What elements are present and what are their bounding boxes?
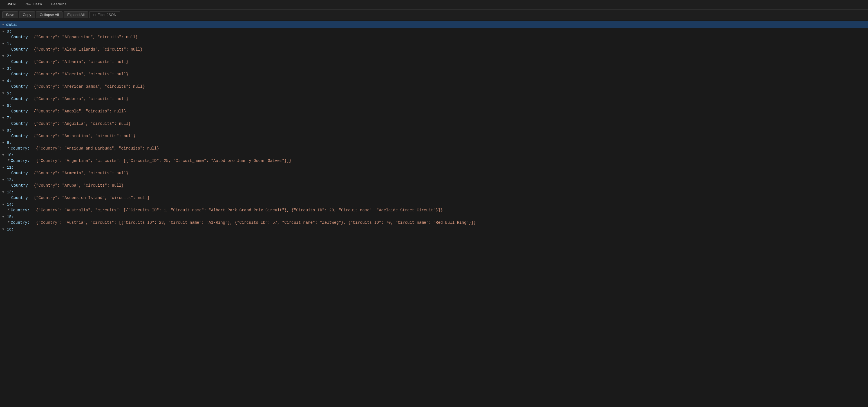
json-index-line[interactable]: ▼14: <box>0 202 868 207</box>
entry-index: 3: <box>7 66 11 71</box>
json-root-line[interactable]: ▼ data: <box>0 21 868 28</box>
entry-index: 4: <box>7 79 11 83</box>
json-index-line[interactable]: ▼4: <box>0 78 868 84</box>
json-entry: ▼9:▼Country:{"Country": "Antigua and Bar… <box>0 139 868 152</box>
json-index-line[interactable]: ▼13: <box>0 190 868 195</box>
collapse-arrow[interactable]: ▼ <box>2 116 6 120</box>
collapse-arrow[interactable]: ▼ <box>2 42 6 45</box>
collapse-arrow[interactable]: ▼ <box>2 154 6 157</box>
json-index-line[interactable]: ▼16: <box>0 227 868 232</box>
collapse-arrow[interactable]: ▼ <box>2 191 6 194</box>
field-value: {"Country": "Armenia", "circuits": null} <box>34 171 128 175</box>
collapse-all-button[interactable]: Collapse All <box>36 11 62 18</box>
field-value: {"Country": "Argentina", "circuits": [{"… <box>36 159 291 163</box>
json-field-line: Country:{"Country": "Ascension Island", … <box>0 195 868 201</box>
tab-json[interactable]: JSON <box>2 0 20 9</box>
field-value: {"Country": "Andorra", "circuits": null} <box>34 97 128 101</box>
collapse-arrow[interactable]: ▼ <box>2 67 6 70</box>
json-index-line[interactable]: ▼10: <box>0 152 868 158</box>
field-key: Country: <box>11 196 34 200</box>
field-value: {"Country": "Afghanistan", "circuits": n… <box>34 35 138 39</box>
field-key: Country: <box>11 183 34 188</box>
json-index-line[interactable]: ▼5: <box>0 91 868 96</box>
json-entry: ▼14:▼Country:{"Country": "Australia", "c… <box>0 201 868 214</box>
entry-index: 13: <box>7 190 14 195</box>
json-field-line: Country:{"Country": "Albania", "circuits… <box>0 59 868 65</box>
json-entry: ▼5:Country:{"Country": "Andorra", "circu… <box>0 90 868 102</box>
collapse-arrow[interactable]: ▼ <box>2 215 6 219</box>
collapse-arrow[interactable]: ▼ <box>2 228 6 231</box>
sub-collapse-arrow[interactable]: ▼ <box>8 208 9 211</box>
tab-raw-data[interactable]: Raw Data <box>20 0 46 9</box>
root-key: data: <box>6 23 18 27</box>
entry-index: 11: <box>7 165 14 170</box>
collapse-arrow[interactable]: ▼ <box>2 104 6 107</box>
entries-container: ▼0:Country:{"Country": "Afghanistan", "c… <box>0 28 868 233</box>
json-field-line: Country:{"Country": "Andorra", "circuits… <box>0 96 868 102</box>
json-field-line: Country:{"Country": "Afghanistan", "circ… <box>0 34 868 40</box>
field-value: {"Country": "Algeria", "circuits": null} <box>34 72 128 76</box>
field-value: {"Country": "Angola", "circuits": null} <box>34 109 126 113</box>
json-entry: ▼0:Country:{"Country": "Afghanistan", "c… <box>0 28 868 40</box>
entry-index: 10: <box>7 153 14 158</box>
entry-index: 2: <box>7 54 11 59</box>
root-arrow: ▼ <box>2 23 4 26</box>
json-index-line[interactable]: ▼12: <box>0 177 868 183</box>
field-key: Country: <box>11 84 34 89</box>
entry-index: 12: <box>7 178 14 182</box>
expand-all-button[interactable]: Expand All <box>64 11 88 18</box>
json-field-line: Country:{"Country": "Aruba", "circuits":… <box>0 183 868 188</box>
collapse-arrow[interactable]: ▼ <box>2 129 6 132</box>
field-value: {"Country": "Antarctica", "circuits": nu… <box>34 134 135 138</box>
entry-index: 14: <box>7 202 14 207</box>
json-entry: ▼11:Country:{"Country": "Armenia", "circ… <box>0 164 868 176</box>
json-index-line[interactable]: ▼3: <box>0 66 868 71</box>
collapse-arrow[interactable]: ▼ <box>2 178 6 181</box>
filter-icon: ⊟ <box>93 13 96 17</box>
collapse-arrow[interactable]: ▼ <box>2 55 6 58</box>
field-key: Country: <box>11 159 36 163</box>
collapse-arrow[interactable]: ▼ <box>2 92 6 95</box>
save-button[interactable]: Save <box>2 11 18 18</box>
json-index-line[interactable]: ▼11: <box>0 165 868 170</box>
json-field-line: Country:{"Country": "American Samoa", "c… <box>0 84 868 90</box>
field-key: Country: <box>11 47 34 52</box>
json-index-line[interactable]: ▼7: <box>0 115 868 121</box>
sub-collapse-arrow[interactable]: ▼ <box>8 159 9 162</box>
json-index-line[interactable]: ▼9: <box>0 140 868 146</box>
sub-collapse-arrow[interactable]: ▼ <box>8 221 9 224</box>
tab-headers[interactable]: Headers <box>47 0 71 9</box>
json-entry: ▼4:Country:{"Country": "American Samoa",… <box>0 77 868 90</box>
collapse-arrow[interactable]: ▼ <box>2 30 6 33</box>
entry-index: 5: <box>7 91 11 96</box>
entry-index: 6: <box>7 103 11 108</box>
field-key: Country: <box>11 134 34 138</box>
json-index-line[interactable]: ▼6: <box>0 103 868 108</box>
json-field-line: ▼Country:{"Country": "Argentina", "circu… <box>0 158 868 164</box>
json-index-line[interactable]: ▼2: <box>0 54 868 59</box>
json-index-line[interactable]: ▼8: <box>0 128 868 133</box>
collapse-arrow[interactable]: ▼ <box>2 166 6 169</box>
filter-json-label: Filter JSON <box>97 13 116 17</box>
filter-json-button[interactable]: ⊟ Filter JSON <box>89 11 120 18</box>
field-key: Country: <box>11 72 34 76</box>
json-entry: ▼6:Country:{"Country": "Angola", "circui… <box>0 102 868 115</box>
collapse-arrow[interactable]: ▼ <box>2 203 6 206</box>
collapse-arrow[interactable]: ▼ <box>2 79 6 82</box>
entry-index: 7: <box>7 116 11 120</box>
copy-button[interactable]: Copy <box>19 11 35 18</box>
field-key: Country: <box>11 208 36 212</box>
json-entry: ▼7:Country:{"Country": "Anguilla", "circ… <box>0 115 868 127</box>
field-value: {"Country": "Aland Islands", "circuits":… <box>34 47 143 52</box>
json-index-line[interactable]: ▼15: <box>0 214 868 220</box>
field-value: {"Country": "Ascension Island", "circuit… <box>34 196 150 200</box>
json-entry: ▼2:Country:{"Country": "Albania", "circu… <box>0 53 868 65</box>
sub-collapse-arrow[interactable]: ▼ <box>8 146 9 149</box>
json-index-line[interactable]: ▼0: <box>0 29 868 34</box>
json-field-line: Country:{"Country": "Armenia", "circuits… <box>0 170 868 176</box>
collapse-arrow[interactable]: ▼ <box>2 141 6 144</box>
json-entry: ▼12:Country:{"Country": "Aruba", "circui… <box>0 176 868 189</box>
json-field-line: ▼Country:{"Country": "Antigua and Barbud… <box>0 146 868 151</box>
field-key: Country: <box>11 122 34 126</box>
json-index-line[interactable]: ▼1: <box>0 41 868 47</box>
